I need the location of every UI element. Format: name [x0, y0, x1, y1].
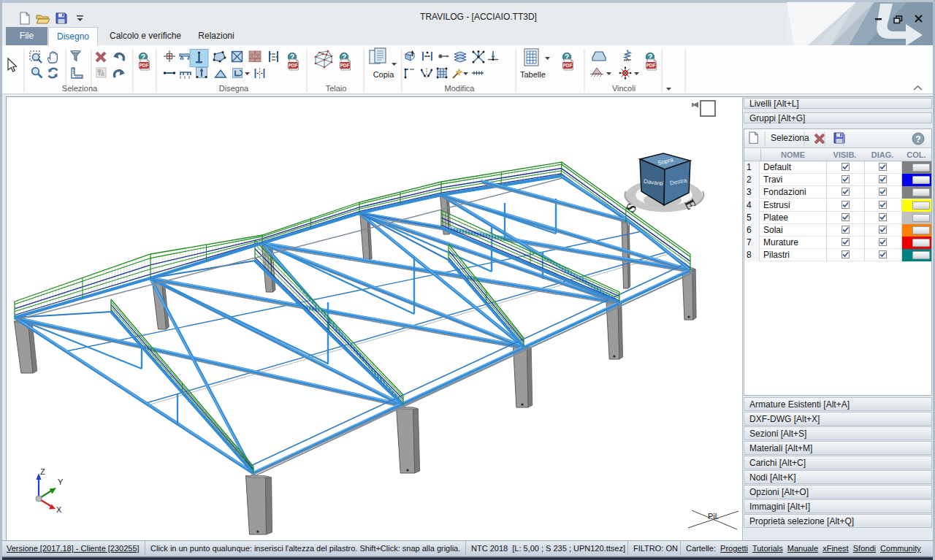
svg-text:PDF: PDF: [646, 63, 656, 68]
svg-text:PDF: PDF: [289, 63, 298, 68]
svg-text:PDF: PDF: [340, 63, 350, 68]
svg-text:Z: Z: [40, 467, 45, 476]
svg-text:PDF: PDF: [563, 63, 573, 68]
svg-text:Y: Y: [58, 477, 64, 486]
svg-text:?: ?: [915, 134, 920, 145]
svg-text:X: X: [56, 505, 62, 514]
svg-text:PDF: PDF: [140, 63, 149, 68]
svg-text:Pil.: Pil.: [708, 512, 719, 521]
